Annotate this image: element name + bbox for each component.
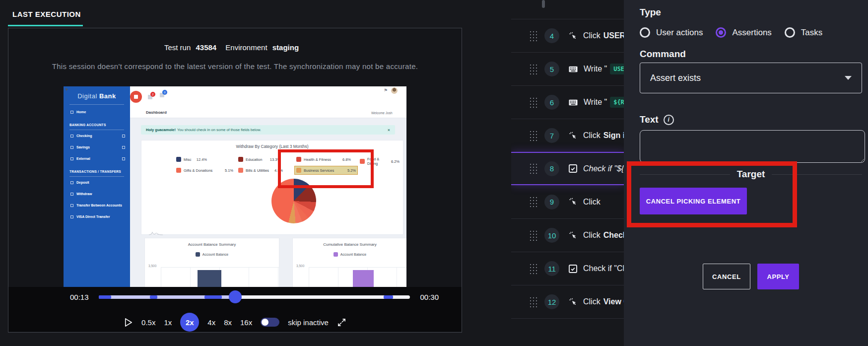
command-select[interactable]: Assert exists [640,63,862,93]
legend-swatch [176,168,181,173]
legend-swatch [238,168,243,173]
cursor-icon [65,87,69,92]
play-icon[interactable] [124,317,133,328]
assert-check-icon [569,265,577,273]
step-row[interactable]: 11 Check if "Ch [511,252,624,285]
drag-handle-icon[interactable] [529,130,537,141]
speed-0-5x[interactable]: 0.5x [141,318,155,327]
tab-active-underline [8,25,83,26]
apply-button[interactable]: APPLY [757,264,799,289]
radio-user-actions[interactable] [640,27,650,38]
radio-label[interactable]: Assertions [732,28,771,38]
test-run-label: Test run [164,43,191,52]
environment-value: staging [272,43,299,52]
drag-handle-icon[interactable] [529,30,537,42]
chevron-down-icon [845,76,852,80]
chart-logo-icon [148,231,163,235]
speed-8x[interactable]: 8x [224,318,232,327]
step-row[interactable]: 10 Click Check [511,218,624,252]
sidebar-item-withdraw: Withdraw [70,192,92,196]
radio-label[interactable]: Tasks [801,28,822,38]
last-execution-tab[interactable]: LAST EXECUTION [12,10,81,18]
timeline-marker [384,295,393,299]
keyboard-icon [569,99,578,106]
assertion-text-input[interactable] [640,130,865,163]
legend-swatch [176,157,181,162]
record-indicator-icon [130,91,142,103]
app-sidebar: Digital Bank Home BANKING ACCOUNTS Check… [64,86,130,287]
step-label: Click USERN [583,31,624,40]
timeline-scrubber[interactable] [99,295,410,299]
drag-handle-icon[interactable] [529,263,537,275]
flag-icon: ⚑ [384,88,388,93]
timeline-marker [204,295,222,299]
speed-4x[interactable]: 4x [207,318,215,327]
account-balance-card: Account Balance Summary Account Balance … [144,238,279,287]
drag-handle-icon[interactable] [529,163,537,174]
steps-scrollbar-thumb[interactable] [542,0,545,8]
step-row-selected[interactable]: 8 Check if "${L [511,152,624,185]
drag-handle-icon[interactable] [529,64,537,75]
step-number-badge: 8 [544,161,559,176]
welcome-text: Welcome Josh [371,111,393,115]
message-badge: 0 [162,90,167,95]
app-brand: Digital Bank [64,92,130,100]
bar-cumulative-balance [353,270,374,287]
step-row[interactable]: 9 Click [511,185,624,218]
cursor-click-icon [569,231,577,240]
legend-swatch [196,252,200,257]
fullscreen-icon[interactable] [337,318,346,327]
drag-handle-icon[interactable] [529,196,537,208]
speed-16x[interactable]: 16x [240,318,252,327]
step-row[interactable]: 5 Write " USEI [511,52,624,85]
sync-warning-text: This session doesn't correspond to the l… [8,62,462,70]
drag-handle-icon[interactable] [529,97,537,108]
speed-2x[interactable]: 2x [180,313,199,332]
test-run-meta: Test run 43584 Environment staging [8,43,462,52]
sidebar-item-visa-transfer: VISA Direct Transfer [70,215,110,218]
step-row[interactable]: 12 Click View C [511,285,624,318]
test-steps-list: 4 Click USERN 5 Write " USEI 6 Write " $… [511,19,624,337]
timeline-marker [99,295,111,299]
step-row[interactable]: 4 Click USERN [511,19,624,52]
step-number-badge: 7 [544,128,559,143]
variable-chip: USEI [610,64,624,74]
legend-item: Misc12.4% [176,157,207,162]
legend-item: Gifts & Donations5.1% [176,168,233,173]
player-controls: 0.5x 1x 2x 4x 8x 16x skip inactive [8,313,462,332]
sidebar-item-checking: Checking [70,134,92,138]
drag-handle-icon[interactable] [529,296,537,308]
type-section-title: Type [640,7,661,18]
info-icon[interactable]: i [664,115,674,125]
sidebar-item-savings: Savings [70,145,90,149]
cursor-click-icon [569,132,577,140]
legend-item: Bills & Utilities4.9% [238,168,283,173]
command-section-title: Command [640,49,686,60]
timeline-handle[interactable] [229,290,242,303]
step-label: Click View C [583,297,624,306]
legend-swatch [334,252,338,257]
step-row[interactable]: 7 Click Sign in [511,119,624,152]
assert-check-icon [569,164,577,173]
step-number-badge: 11 [544,261,559,276]
radio-label[interactable]: User actions [656,28,703,38]
skip-inactive-toggle[interactable] [261,318,279,327]
radio-tasks[interactable] [785,27,795,38]
radio-assertions[interactable] [716,27,726,38]
axis-label: 3,500 [296,264,304,268]
sidebar-item-transfer: Transfer Between Accounts [70,204,122,207]
type-radio-group: User actions Assertions Tasks [640,27,829,38]
drag-handle-icon[interactable] [529,230,537,241]
step-label: Write " USEI [584,64,624,74]
chart-title: Withdraw By Category (Last 3 Months) [141,144,403,149]
step-row[interactable]: 6 Write " ${RE [511,85,624,119]
current-time: 00:13 [70,293,89,301]
text-section-title: Text [640,114,659,125]
annotation-rectangle-target [627,161,797,227]
speed-1x[interactable]: 1x [164,318,172,327]
execution-panel: Test run 43584 Environment staging This … [8,28,462,333]
timeline-row: 00:13 00:30 [8,293,462,301]
cancel-button[interactable]: CANCEL [703,264,750,289]
app-page-title: Dashboard [146,110,167,115]
alert-close-icon: × [388,128,390,133]
